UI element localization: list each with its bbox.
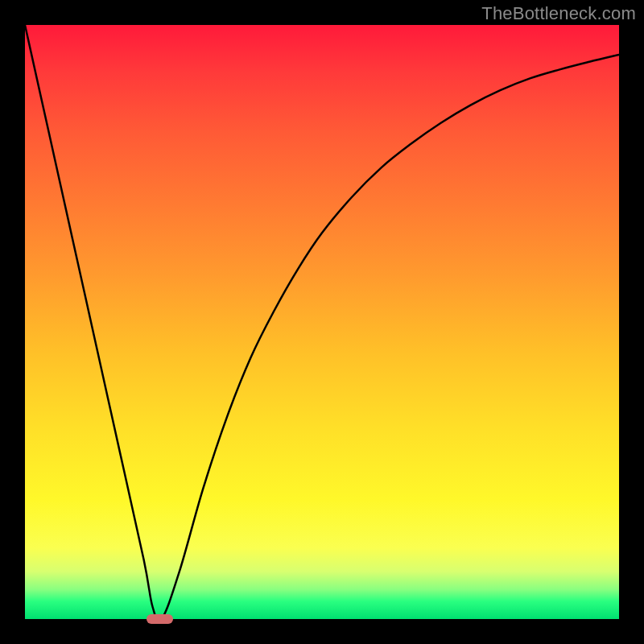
optimal-range-marker xyxy=(147,614,173,624)
plot-area xyxy=(25,25,619,619)
watermark-text: TheBottleneck.com xyxy=(481,3,636,24)
chart-frame: TheBottleneck.com xyxy=(0,0,644,644)
curve-layer xyxy=(25,25,619,619)
bottleneck-curve xyxy=(25,25,619,619)
